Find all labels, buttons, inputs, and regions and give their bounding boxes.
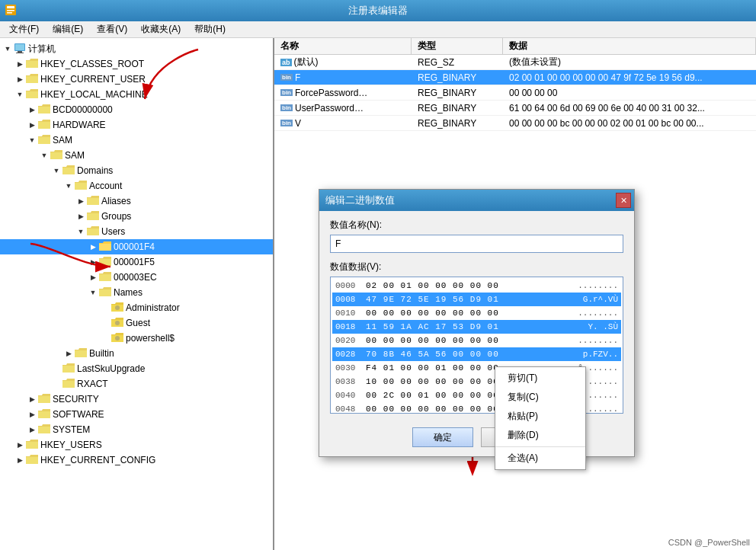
menu-file[interactable]: 文件(F) xyxy=(3,21,45,37)
tree-item-domains[interactable]: ▼ Domains xyxy=(0,163,273,178)
folder-icon xyxy=(99,272,111,283)
menu-view[interactable]: 查看(V) xyxy=(91,21,133,37)
tree-item-label: Groups xyxy=(101,211,131,222)
value-type: REG_BINARY xyxy=(412,86,503,100)
tree-item-label: Account xyxy=(89,181,122,191)
value-name-input[interactable] xyxy=(330,235,623,253)
tree-item-hkcu[interactable]: ▶ HKEY_CURRENT_USER xyxy=(0,72,273,87)
folder-icon xyxy=(99,257,111,268)
folder-icon xyxy=(62,165,75,177)
tree-item-hkcc[interactable]: ▶ HKEY_CURRENT_CONFIG xyxy=(0,452,273,468)
tree-item-lastsku[interactable]: ▶ LastSkuUpgrade xyxy=(0,361,273,376)
svg-point-9 xyxy=(115,321,120,325)
dialog-close-button[interactable]: ✕ xyxy=(616,193,631,208)
folder-icon xyxy=(99,241,111,253)
tree-item-builtin[interactable]: ▶ Builtin xyxy=(0,346,273,361)
folder-icon xyxy=(62,363,75,375)
ctx-divider xyxy=(495,446,585,447)
hex-row-0008: 0008 47 9E 72 5E 19 56 D9 01 G.r^.VÙ xyxy=(332,293,621,306)
tree-item-software[interactable]: ▶ SOFTWARE xyxy=(0,407,273,422)
tree-item-label: HARDWARE xyxy=(53,120,106,130)
value-name: bin V xyxy=(274,117,412,130)
tree-item-guest[interactable]: ▶ Guest xyxy=(0,315,273,331)
tree-item-000001f5[interactable]: ▶ 000001F5 xyxy=(0,254,273,270)
tree-item-system[interactable]: ▶ SYSTEM xyxy=(0,422,273,437)
expand-icon: ▼ xyxy=(26,134,38,146)
expand-icon: ▶ xyxy=(75,195,87,207)
folder-icon xyxy=(50,150,62,161)
expand-icon: ▶ xyxy=(62,347,75,360)
tree-item-bcd[interactable]: ▶ BCD00000000 xyxy=(0,102,273,117)
svg-rect-5 xyxy=(15,44,24,50)
value-data: (数值未设置) xyxy=(503,54,756,70)
tree-item-000003ec[interactable]: ▶ 000003EC xyxy=(0,270,273,285)
tree-item-sam2[interactable]: ▼ SAM xyxy=(0,148,273,163)
ok-button[interactable]: 确定 xyxy=(412,427,473,447)
tree-item-groups[interactable]: ▶ Groups xyxy=(0,209,273,224)
menu-edit[interactable]: 编辑(E) xyxy=(46,21,89,37)
tree-item-computer[interactable]: ▼ 计算机 xyxy=(0,41,273,56)
tree-item-hkcr[interactable]: ▶ HKEY_CLASSES_ROOT xyxy=(0,56,273,72)
value-data: 00 00 00 00 bc 00 00 00 02 00 01 00 bc 0… xyxy=(503,117,756,130)
expand-icon: ▶ xyxy=(26,408,38,420)
folder-icon xyxy=(26,74,38,85)
tree-item-000001f4[interactable]: ▶ 000001F4 xyxy=(0,239,273,254)
tree-item-hardware[interactable]: ▶ HARDWARE xyxy=(0,117,273,133)
expand-icon: ▼ xyxy=(14,88,26,101)
expand-icon: ▶ xyxy=(14,73,26,85)
ctx-copy[interactable]: 复制(C) xyxy=(495,388,585,407)
tree-item-users[interactable]: ▼ Users xyxy=(0,224,273,239)
value-row-f[interactable]: bin F REG_BINARY 02 00 01 00 00 00 00 00… xyxy=(274,70,756,85)
expand-icon: ▶ xyxy=(14,454,26,466)
title-bar: 注册表编辑器 xyxy=(0,0,756,21)
tree-item-hku[interactable]: ▶ HKEY_USERS xyxy=(0,437,273,452)
expand-icon: ▼ xyxy=(62,180,75,192)
expand-icon: ▼ xyxy=(75,225,87,238)
expand-icon: ▶ xyxy=(87,271,99,283)
tree-item-aliases[interactable]: ▶ Aliases xyxy=(0,193,273,209)
value-name: bin ForcePassword… xyxy=(274,86,412,100)
tree-item-security[interactable]: ▶ SECURITY xyxy=(0,392,273,407)
ctx-cut[interactable]: 剪切(T) xyxy=(495,369,585,388)
tree-item-label: Guest xyxy=(126,318,150,328)
tree-item-label: HKEY_CURRENT_CONFIG xyxy=(40,455,155,465)
ctx-paste[interactable]: 粘贴(P) xyxy=(495,407,585,426)
tree-item-label: Aliases xyxy=(101,196,131,206)
tree-item-administrator[interactable]: ▶ Administrator xyxy=(0,300,273,315)
tree-item-powershell[interactable]: ▶ powershell$ xyxy=(0,331,273,346)
svg-rect-1 xyxy=(7,6,14,8)
tree-item-account[interactable]: ▼ Account xyxy=(0,178,273,193)
folder-icon xyxy=(62,379,75,390)
tree-item-label: Domains xyxy=(77,165,113,176)
menu-favorites[interactable]: 收藏夹(A) xyxy=(135,21,187,37)
tree-item-label: SAM xyxy=(65,150,85,161)
ctx-delete[interactable]: 删除(D) xyxy=(495,426,585,445)
tree-item-label: Users xyxy=(101,226,125,237)
expand-icon: ▼ xyxy=(38,149,50,161)
tree-item-label: RXACT xyxy=(77,379,108,389)
tree-item-label: LastSkuUpgrade xyxy=(77,363,145,374)
hex-row-0010: 0010 00 00 00 00 00 00 00 00 ........ xyxy=(332,306,621,320)
tree-item-label: SOFTWARE xyxy=(53,409,104,420)
tree-item-names[interactable]: ▼ Names xyxy=(0,285,273,300)
tree-item-rxact[interactable]: ▶ RXACT xyxy=(0,376,273,392)
bin-icon: bin xyxy=(280,120,293,126)
folder-icon xyxy=(87,226,99,238)
expand-icon: ▶ xyxy=(87,256,99,268)
tree-item-hklm[interactable]: ▼ HKEY_LOCAL_MACHINE xyxy=(0,87,273,102)
tree-item-label: HKEY_LOCAL_MACHINE xyxy=(40,89,148,100)
value-row-default[interactable]: ab (默认) REG_SZ (数值未设置) xyxy=(274,55,756,70)
value-name: ab (默认) xyxy=(274,54,412,70)
tree-item-label: HKEY_CLASSES_ROOT xyxy=(40,59,144,69)
value-row-v[interactable]: bin V REG_BINARY 00 00 00 00 bc 00 00 00… xyxy=(274,116,756,131)
user-folder-icon xyxy=(111,318,123,329)
svg-rect-6 xyxy=(18,51,22,53)
folder-icon xyxy=(75,348,87,360)
value-type: REG_BINARY xyxy=(412,117,503,130)
menu-help[interactable]: 帮助(H) xyxy=(188,21,232,37)
value-row-userpassword[interactable]: bin UserPassword… REG_BINARY 61 00 64 00… xyxy=(274,101,756,116)
bin-icon: bin xyxy=(280,74,293,81)
ctx-selectall[interactable]: 全选(A) xyxy=(495,449,585,468)
tree-item-sam[interactable]: ▼ SAM xyxy=(0,133,273,148)
value-row-forcepassword[interactable]: bin ForcePassword… REG_BINARY 00 00 00 0… xyxy=(274,85,756,101)
